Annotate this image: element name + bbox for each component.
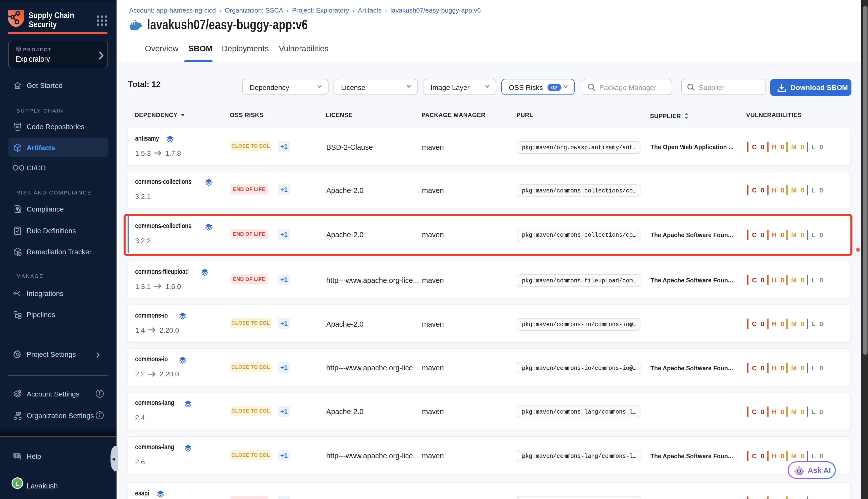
svg-text:?: ? [15, 453, 18, 457]
